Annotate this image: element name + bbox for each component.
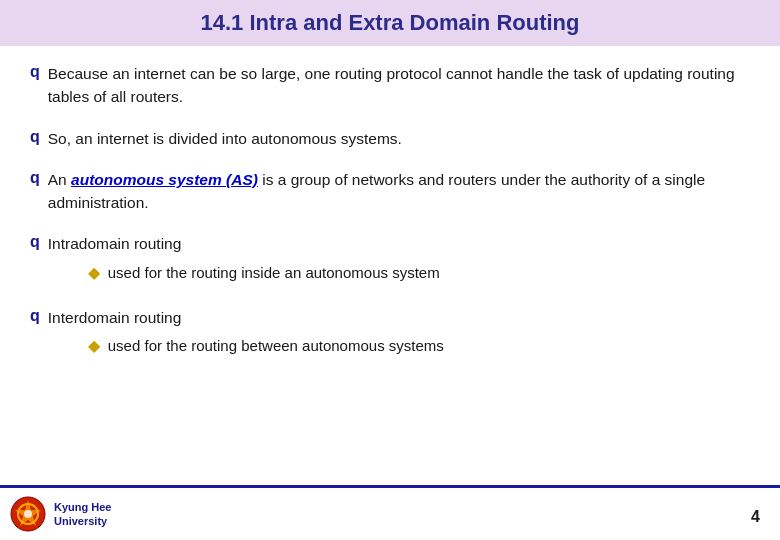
bullet3-before: An — [48, 171, 71, 188]
bullet-item-2: q So, an internet is divided into autono… — [30, 127, 740, 150]
bullet-marker-5: q — [30, 307, 40, 325]
autonomous-system-link: autonomous system (AS) — [71, 171, 258, 188]
bullet-text-5: Interdomain routing — [48, 309, 182, 326]
bullet-text-2: So, an internet is divided into autonomo… — [48, 127, 402, 150]
sub-bullet-text-5: used for the routing between autonomous … — [108, 335, 444, 358]
bullet-marker-2: q — [30, 128, 40, 146]
svg-point-3 — [24, 510, 32, 518]
content-area: q Because an internet can be so large, o… — [0, 62, 780, 362]
bullet-text-1: Because an internet can be so large, one… — [48, 62, 740, 109]
bullet4-content: Intradomain routing ◆ used for the routi… — [48, 232, 440, 288]
bullet-text-4: Intradomain routing — [48, 235, 182, 252]
footer: Kyung Hee University 4 — [0, 488, 780, 540]
slide-container: 14.1 Intra and Extra Domain Routing q Be… — [0, 0, 780, 540]
title-bar: 14.1 Intra and Extra Domain Routing — [0, 0, 780, 46]
bullet-item-4: q Intradomain routing ◆ used for the rou… — [30, 232, 740, 288]
footer-university-name: Kyung Hee University — [54, 500, 111, 529]
university-logo-icon — [10, 496, 46, 532]
footer-university-line2: University — [54, 514, 111, 528]
bullet-item-3: q An autonomous system (AS) is a group o… — [30, 168, 740, 215]
bullet-marker-3: q — [30, 169, 40, 187]
footer-university-line1: Kyung Hee — [54, 500, 111, 514]
bullet-marker-4: q — [30, 233, 40, 251]
sub-bullet-text-4: used for the routing inside an autonomou… — [108, 262, 440, 285]
bullet-text-3: An autonomous system (AS) is a group of … — [48, 168, 740, 215]
sub-bullet-item-4: ◆ used for the routing inside an autonom… — [88, 262, 440, 285]
sub-diamond-5: ◆ — [88, 336, 100, 355]
bullet-item-5: q Interdomain routing ◆ used for the rou… — [30, 306, 740, 362]
page-number: 4 — [751, 508, 760, 526]
footer-logo-area: Kyung Hee University — [10, 496, 111, 532]
bullet-marker-1: q — [30, 63, 40, 81]
slide-title: 14.1 Intra and Extra Domain Routing — [201, 10, 580, 35]
bullet5-content: Interdomain routing ◆ used for the routi… — [48, 306, 444, 362]
bullet-item-1: q Because an internet can be so large, o… — [30, 62, 740, 109]
sub-diamond-4: ◆ — [88, 263, 100, 282]
sub-bullet-item-5: ◆ used for the routing between autonomou… — [88, 335, 444, 358]
